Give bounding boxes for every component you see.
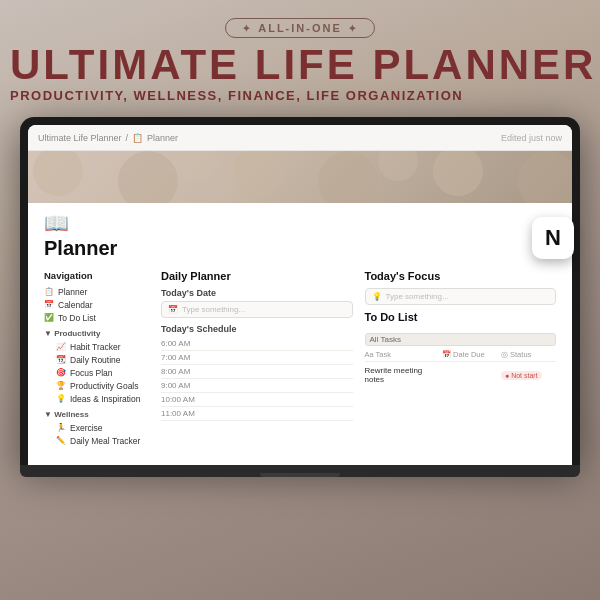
today-focus-heading: Today's Focus (365, 270, 557, 282)
nav-item-focus[interactable]: 🎯 Focus Plan (44, 366, 149, 379)
daily-planner-heading: Daily Planner (161, 270, 353, 282)
date-placeholder: Type something... (182, 305, 245, 314)
breadcrumb-app: Ultimate Life Planner (38, 133, 122, 143)
nav-section-productivity: ▼ Productivity (44, 329, 149, 338)
schedule-row: 7:00 AM (161, 351, 353, 365)
time-700: 7:00 AM (161, 353, 201, 362)
nav-label-planner: Planner (58, 287, 87, 297)
time-800: 8:00 AM (161, 367, 201, 376)
status-cell: ● Not start (501, 371, 556, 380)
nav-section-wellness: ▼ Wellness (44, 410, 149, 419)
nav-item-routine[interactable]: 📆 Daily Routine (44, 353, 149, 366)
notion-page-icon-small: 📋 (132, 133, 143, 143)
laptop-mockup: N Ultimate Life Planner / 📋 Planner Edit… (20, 117, 580, 477)
notion-topbar: Ultimate Life Planner / 📋 Planner Edited… (28, 125, 572, 151)
date-input-icon: 📅 (168, 305, 178, 314)
today-date-label: Today's Date (161, 288, 353, 298)
time-600: 6:00 AM (161, 339, 201, 348)
page-body: 📖 Planner Navigation 📋 Planner 📅 Calend (28, 203, 572, 465)
schedule-table: 6:00 AM 7:00 AM 8:00 AM 9:00 AM (161, 337, 353, 421)
exercise-icon: 🏃 (56, 423, 66, 432)
routine-icon: 📆 (56, 355, 66, 364)
col-task: Aa Task (365, 350, 438, 359)
schedule-row: 8:00 AM (161, 365, 353, 379)
subtitle: PRODUCTIVITY, WELLNESS, FINANCE, LIFE OR… (0, 88, 600, 103)
calendar-nav-icon: 📅 (44, 300, 54, 309)
nav-item-exercise[interactable]: 🏃 Exercise (44, 421, 149, 434)
nav-label-calendar: Calendar (58, 300, 93, 310)
page-icon: 📖 (44, 211, 556, 235)
task-cell: Rewrite meeting notes (365, 366, 438, 384)
nav-label-goals: Productivity Goals (70, 381, 139, 391)
todo-table-header: Aa Task 📅 Date Due ◎ Status (365, 350, 557, 362)
nav-item-meal[interactable]: ✏️ Daily Meal Tracker (44, 434, 149, 447)
ideas-icon: 💡 (56, 394, 66, 403)
today-schedule-label: Today's Schedule (161, 324, 353, 334)
focus-input-icon: 💡 (372, 292, 382, 301)
nav-label-ideas: Ideas & Inspiration (70, 394, 140, 404)
col-due: 📅 Date Due (442, 350, 497, 359)
breadcrumb-page: Planner (147, 133, 178, 143)
page-banner (28, 151, 572, 203)
nav-item-calendar[interactable]: 📅 Calendar (44, 298, 149, 311)
nav-item-todo[interactable]: ✅ To Do List (44, 311, 149, 324)
breadcrumb-sep: / (126, 133, 129, 143)
laptop-screen: Ultimate Life Planner / 📋 Planner Edited… (28, 125, 572, 465)
planner-nav-icon: 📋 (44, 287, 54, 296)
schedule-row: 6:00 AM (161, 337, 353, 351)
nav-heading: Navigation (44, 270, 149, 281)
all-in-one-badge: ✦ ALL-IN-ONE ✦ (225, 18, 375, 38)
today-focus-input[interactable]: 💡 Type something... (365, 288, 557, 305)
nav-item-habit[interactable]: 📈 Habit Tracker (44, 340, 149, 353)
badge-label: ALL-IN-ONE (258, 22, 342, 34)
nav-item-ideas[interactable]: 💡 Ideas & Inspiration (44, 392, 149, 405)
notion-icon-badge: N (532, 217, 574, 259)
sidebar-nav: Navigation 📋 Planner 📅 Calendar ✅ To Do … (44, 270, 149, 465)
time-1100: 11:00 AM (161, 409, 201, 418)
nav-label-exercise: Exercise (70, 423, 103, 433)
schedule-row: 11:00 AM (161, 407, 353, 421)
main-layout: Navigation 📋 Planner 📅 Calendar ✅ To Do … (44, 270, 556, 465)
today-date-input[interactable]: 📅 Type something... (161, 301, 353, 318)
todo-header: To Do List (365, 311, 557, 329)
nav-label-todo: To Do List (58, 313, 96, 323)
schedule-row: 10:00 AM (161, 393, 353, 407)
nav-label-meal: Daily Meal Tracker (70, 436, 140, 446)
todo-nav-icon: ✅ (44, 313, 54, 322)
nav-item-goals[interactable]: 🏆 Productivity Goals (44, 379, 149, 392)
main-title: ULTIMATE LIFE PLANNER (0, 44, 600, 86)
time-900: 9:00 AM (161, 381, 201, 390)
nav-label-focus: Focus Plan (70, 368, 113, 378)
schedule-row: 9:00 AM (161, 379, 353, 393)
nav-label-routine: Daily Routine (70, 355, 121, 365)
daily-planner-section: Daily Planner Today's Date 📅 Type someth… (161, 270, 353, 465)
laptop-base (20, 465, 580, 477)
todo-row: Rewrite meeting notes ● Not start (365, 364, 557, 386)
todo-heading: To Do List (365, 311, 418, 323)
all-tasks-badge[interactable]: All Tasks (365, 333, 557, 346)
laptop-body: Ultimate Life Planner / 📋 Planner Edited… (20, 117, 580, 465)
habit-icon: 📈 (56, 342, 66, 351)
focus-placeholder: Type something... (386, 292, 449, 301)
time-1000: 10:00 AM (161, 395, 201, 404)
sparkle-right-icon: ✦ (348, 23, 358, 34)
breadcrumb: Ultimate Life Planner / 📋 Planner (38, 133, 178, 143)
focus-icon: 🎯 (56, 368, 66, 377)
nav-item-planner[interactable]: 📋 Planner (44, 285, 149, 298)
goals-icon: 🏆 (56, 381, 66, 390)
sparkle-left-icon: ✦ (242, 23, 252, 34)
focus-todo-section: Today's Focus 💡 Type something... To Do … (365, 270, 557, 465)
edited-status: Edited just now (501, 133, 562, 143)
page-title: Planner (44, 237, 556, 260)
nav-label-habit: Habit Tracker (70, 342, 121, 352)
meal-icon: ✏️ (56, 436, 66, 445)
todo-section: To Do List All Tasks Aa Task 📅 Date Due … (365, 311, 557, 386)
status-badge: ● Not start (501, 371, 542, 380)
col-status: ◎ Status (501, 350, 556, 359)
